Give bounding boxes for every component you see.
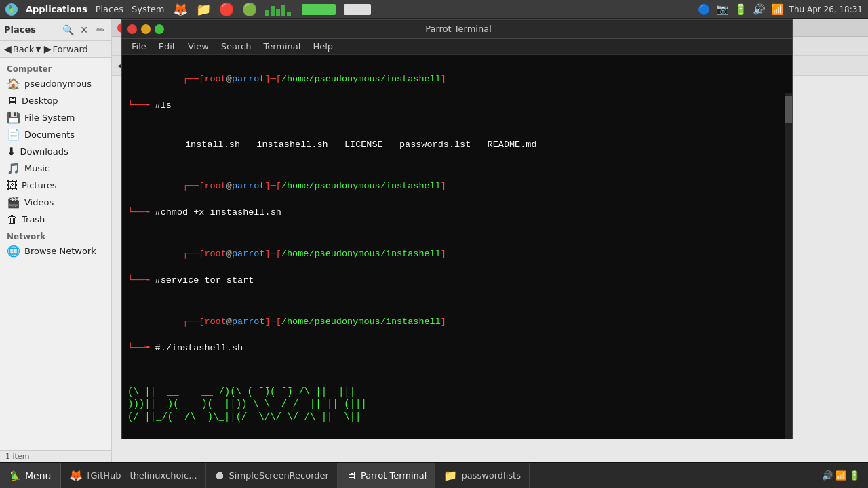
back-dropdown-icon[interactable]: ▼ bbox=[35, 45, 41, 54]
terminal-menu-file[interactable]: File bbox=[126, 40, 152, 53]
terminal-line-5: ┌──[root@parrot]─[/home/pseudonymous/ins… bbox=[127, 302, 787, 368]
terminal-menu-view[interactable]: View bbox=[182, 40, 214, 53]
sidebar-item-desktop[interactable]: 🖥 Desktop bbox=[0, 92, 111, 109]
taskbar: 🦜 Menu 🦊 [GitHub - thelinuxchoic... ⏺ Si… bbox=[0, 462, 868, 488]
trash-icon: 🗑 bbox=[7, 213, 18, 226]
home-icon: 🏠 bbox=[7, 77, 20, 90]
taskbar-sys-icons: 🔊 📶 🔋 bbox=[822, 470, 860, 481]
terminal-line-1: ┌──[root@parrot]─[/home/pseudonymous/ins… bbox=[127, 59, 787, 125]
mem-bar bbox=[302, 4, 336, 15]
network-browse-icon: 🌐 bbox=[7, 245, 20, 258]
filesystem-label: File System bbox=[24, 113, 75, 123]
network-icon: 📶 bbox=[771, 3, 784, 16]
terminal-menubar: File Edit View Search Terminal Help bbox=[122, 39, 792, 55]
forward-label: Forward bbox=[53, 44, 88, 54]
sidebar-item-pictures[interactable]: 🖼 Pictures bbox=[0, 177, 111, 194]
github-taskbar-icon: 🦊 bbox=[69, 469, 83, 482]
terminal-menu-edit[interactable]: Edit bbox=[153, 40, 181, 53]
sidebar-item-home[interactable]: 🏠 pseudonymous bbox=[0, 75, 111, 92]
sidebar-close-icon[interactable]: ✕ bbox=[77, 23, 91, 37]
network-section-label: Network bbox=[0, 228, 111, 243]
videos-icon: 🎬 bbox=[7, 196, 20, 209]
forward-button[interactable]: ▶ Forward bbox=[44, 43, 88, 54]
sidebar: Places 🔍 ✕ ✏ ◀ Back ▼ ▶ Forward Computer… bbox=[0, 19, 112, 462]
github-taskbar-label: [GitHub - thelinuxchoic... bbox=[87, 470, 197, 481]
main-layout: Places 🔍 ✕ ✏ ◀ Back ▼ ▶ Forward Computer… bbox=[0, 19, 868, 462]
terminal-menu-terminal[interactable]: Terminal bbox=[258, 40, 306, 53]
sidebar-items: Computer 🏠 pseudonymous 🖥 Desktop 💾 File… bbox=[0, 58, 111, 450]
taskbar-right-area: 🔊 📶 🔋 bbox=[814, 470, 868, 481]
firefox-icon[interactable]: 🦊 bbox=[173, 2, 188, 16]
system-menu[interactable]: System bbox=[132, 4, 164, 14]
sidebar-item-filesystem[interactable]: 💾 File System bbox=[0, 109, 111, 126]
bluetooth-icon: 🔵 bbox=[698, 3, 711, 16]
files-icon[interactable]: 📁 bbox=[196, 2, 211, 16]
parrot-icon[interactable]: 🔴 bbox=[219, 2, 234, 16]
terminal-body[interactable]: ┌──[root@parrot]─[/home/pseudonymous/ins… bbox=[122, 55, 792, 439]
taskbar-item-recorder[interactable]: ⏺ SimpleScreenRecorder bbox=[206, 463, 338, 488]
terminal-scrollbar[interactable] bbox=[785, 93, 792, 439]
sidebar-item-browse-network[interactable]: 🌐 Browse Network bbox=[0, 243, 111, 260]
datetime: Thu Apr 26, 18:31 bbox=[789, 5, 863, 14]
parrot-logo: 🦜 bbox=[5, 3, 18, 16]
terminal-maximize-button[interactable] bbox=[155, 24, 164, 34]
desktop-label: Desktop bbox=[22, 96, 58, 106]
screenshot-icon: 📷 bbox=[716, 3, 729, 16]
sidebar-item-trash[interactable]: 🗑 Trash bbox=[0, 211, 111, 228]
system-bar-right: 🔵 📷 🔋 🔊 📶 Thu Apr 26, 18:31 bbox=[698, 3, 863, 16]
taskbar-item-github[interactable]: 🦊 [GitHub - thelinuxchoic... bbox=[61, 463, 205, 488]
sidebar-search-icon[interactable]: 🔍 bbox=[61, 23, 75, 37]
applications-menu[interactable]: Applications bbox=[26, 4, 87, 14]
terminal-line-2: install.sh instashell.sh LICENSE passwor… bbox=[127, 125, 787, 165]
sidebar-item-documents[interactable]: 📄 Documents bbox=[0, 126, 111, 143]
terminal-menu-search[interactable]: Search bbox=[216, 40, 257, 53]
sidebar-item-downloads[interactable]: ⬇ Downloads bbox=[0, 143, 111, 160]
back-arrow-icon: ◀ bbox=[4, 43, 12, 54]
terminal-art-block: (\/ || __|__ /)(\ (__) (__) /\ || ||| ))… bbox=[127, 438, 787, 439]
downloads-icon: ⬇ bbox=[7, 145, 16, 158]
sidebar-toolbar: Places 🔍 ✕ ✏ bbox=[0, 19, 111, 41]
system-bar: 🦜 Applications Places System 🦊 📁 🔴 🟢 🔵 📷… bbox=[0, 0, 868, 19]
terminal-window-controls bbox=[127, 24, 164, 34]
system-bar-left: 🦜 Applications Places System 🦊 📁 🔴 🟢 bbox=[5, 2, 371, 16]
terminal-title: Parrot Terminal bbox=[164, 24, 753, 34]
terminal-taskbar-icon: 🖥 bbox=[346, 469, 357, 482]
sidebar-edit-icon[interactable]: ✏ bbox=[94, 23, 107, 37]
back-button[interactable]: ◀ Back ▼ bbox=[4, 43, 41, 54]
forward-arrow-icon: ▶ bbox=[44, 43, 52, 54]
passwordlists-taskbar-label: passwordlists bbox=[461, 470, 521, 481]
terminal-menu-help[interactable]: Help bbox=[307, 40, 338, 53]
terminal-taskbar-label: Parrot Terminal bbox=[361, 470, 427, 481]
computer-section-label: Computer bbox=[0, 60, 111, 75]
browse-network-label: Browse Network bbox=[24, 246, 96, 256]
terminal-scrollbar-thumb[interactable] bbox=[785, 96, 792, 123]
terminal-line-3: ┌──[root@parrot]─[/home/pseudonymous/ins… bbox=[127, 167, 787, 233]
pictures-label: Pictures bbox=[22, 180, 56, 190]
music-icon: 🎵 bbox=[7, 162, 20, 175]
places-menu[interactable]: Places bbox=[96, 4, 123, 14]
terminal-close-button[interactable] bbox=[127, 24, 137, 34]
terminal-titlebar: Parrot Terminal bbox=[122, 20, 792, 39]
file-manager-status: 1 item bbox=[0, 450, 111, 462]
terminal-minimize-button[interactable] bbox=[141, 24, 151, 34]
recorder-taskbar-label: SimpleScreenRecorder bbox=[229, 470, 329, 481]
battery-icon: 🔋 bbox=[734, 3, 747, 16]
taskbar-item-terminal[interactable]: 🖥 Parrot Terminal bbox=[338, 463, 436, 488]
sidebar-icons: 🔍 ✕ ✏ bbox=[61, 23, 107, 37]
desktop-icon: 🖥 bbox=[7, 94, 18, 107]
sidebar-item-videos[interactable]: 🎬 Videos bbox=[0, 194, 111, 211]
menu-icon: 🦜 bbox=[9, 470, 21, 481]
filesystem-icon: 💾 bbox=[7, 111, 20, 124]
chrome-icon[interactable]: 🟢 bbox=[242, 2, 257, 16]
taskbar-item-passwordlists[interactable]: 📁 passwordlists bbox=[435, 463, 530, 488]
terminal-ascii-art: (\ || __ __ /)(\ ( ̄ ̄)( ̄ ̄) /\ || ||| … bbox=[127, 373, 787, 435]
trash-label: Trash bbox=[22, 214, 45, 224]
videos-label: Videos bbox=[24, 197, 54, 207]
taskbar-menu-button[interactable]: 🦜 Menu bbox=[0, 463, 61, 488]
recorder-taskbar-icon: ⏺ bbox=[214, 469, 225, 482]
terminal-line-4: ┌──[root@parrot]─[/home/pseudonymous/ins… bbox=[127, 234, 787, 300]
folder-taskbar-icon: 📁 bbox=[443, 469, 457, 482]
sidebar-item-music[interactable]: 🎵 Music bbox=[0, 160, 111, 177]
cpu-usage-bar bbox=[344, 4, 371, 15]
menu-label: Menu bbox=[25, 470, 51, 481]
